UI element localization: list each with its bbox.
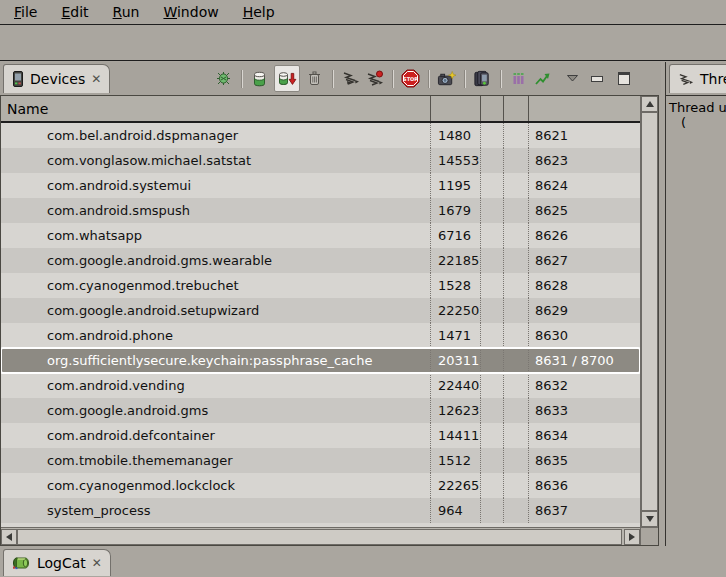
cell-c3 <box>481 148 504 173</box>
scroll-left-icon[interactable] <box>1 529 17 545</box>
svg-text:STOP: STOP <box>403 76 418 82</box>
cell-c3 <box>481 323 504 348</box>
scroll-down-icon[interactable] <box>641 511 658 527</box>
method-profiling-icon[interactable] <box>365 68 384 89</box>
threads-message-line2: ( <box>666 115 726 130</box>
bottom-tab-strip: LogCat ✕ <box>0 546 726 577</box>
cell-pid: 20311 <box>431 348 481 373</box>
column-header-name[interactable]: Name <box>1 96 431 121</box>
horizontal-scroll-thumb[interactable] <box>17 529 622 545</box>
threads-panel: Threads Thread up ( <box>665 62 726 546</box>
cell-port: 8626 <box>529 223 640 248</box>
cell-name: com.android.defcontainer <box>1 423 431 448</box>
table-row[interactable]: com.android.vending224408632 <box>1 373 640 398</box>
cell-pid: 1528 <box>431 273 481 298</box>
cell-name: com.google.android.gms <box>1 398 431 423</box>
heap-update-icon[interactable] <box>250 68 269 89</box>
cell-c4 <box>504 273 529 298</box>
cell-c4 <box>504 148 529 173</box>
cell-port: 8636 <box>529 473 640 498</box>
update-threads-icon <box>678 72 694 87</box>
update-threads-icon[interactable] <box>341 68 360 89</box>
cell-c3 <box>481 298 504 323</box>
logcat-icon <box>12 556 31 570</box>
threads-tabbar: Threads <box>666 62 726 95</box>
table-row[interactable]: com.android.phone14718630 <box>1 323 640 348</box>
cell-pid: 1471 <box>431 323 481 348</box>
table-row[interactable]: com.android.smspush16798625 <box>1 198 640 223</box>
maximize-icon[interactable] <box>618 72 630 85</box>
cell-name: com.bel.android.dspmanager <box>1 123 431 148</box>
table-row[interactable]: com.tmobile.thememanager15128635 <box>1 448 640 473</box>
opengl-trace-icon[interactable] <box>533 68 552 89</box>
cell-pid: 22265 <box>431 473 481 498</box>
cell-c4 <box>504 348 529 373</box>
table-row[interactable]: com.whatsapp67168626 <box>1 223 640 248</box>
tab-threads[interactable]: Threads <box>669 64 726 93</box>
tab-logcat[interactable]: LogCat ✕ <box>3 549 111 576</box>
cell-c4 <box>504 298 529 323</box>
view-hierarchy-icon[interactable] <box>473 68 492 89</box>
cell-pid: 22440 <box>431 373 481 398</box>
cell-c4 <box>504 398 529 423</box>
devices-view: Devices ✕ <box>0 62 661 546</box>
table-row[interactable]: com.vonglasow.michael.satstat145538623 <box>1 148 640 173</box>
empty-toolbar-strip <box>0 26 726 61</box>
table-row[interactable]: com.bel.android.dspmanager14808621 <box>1 123 640 148</box>
cell-c3 <box>481 123 504 148</box>
column-header-3[interactable] <box>481 96 504 121</box>
cell-c4 <box>504 248 529 273</box>
table-row[interactable]: com.cyanogenmod.lockclock222658636 <box>1 473 640 498</box>
tab-devices-label: Devices <box>30 71 85 87</box>
systrace-icon[interactable] <box>509 68 528 89</box>
cell-port: 8624 <box>529 173 640 198</box>
menu-item-window[interactable]: Window <box>151 4 230 20</box>
menu-item-help[interactable]: Help <box>231 4 287 20</box>
cell-c3 <box>481 473 504 498</box>
cell-name: system_process <box>1 498 431 523</box>
scroll-up-icon[interactable] <box>641 96 658 112</box>
debug-attach-icon[interactable] <box>214 68 233 89</box>
table-row[interactable]: com.google.android.setupwizard222508629 <box>1 298 640 323</box>
devices-toolbar: STOP <box>214 62 659 95</box>
devices-table: Name com.bel.android.dspmanager14808621c… <box>0 95 659 546</box>
cell-c4 <box>504 498 529 523</box>
cell-c3 <box>481 423 504 448</box>
menu-item-edit[interactable]: Edit <box>49 4 100 20</box>
scrollbar-corner <box>640 527 658 545</box>
dump-hprof-icon[interactable] <box>274 65 300 92</box>
view-menu-icon[interactable] <box>567 75 578 82</box>
stop-icon[interactable]: STOP <box>401 68 420 89</box>
cell-name: com.tmobile.thememanager <box>1 448 431 473</box>
scroll-right-icon[interactable] <box>624 529 640 545</box>
table-row[interactable]: com.cyanogenmod.trebuchet15288628 <box>1 273 640 298</box>
column-header-port[interactable] <box>529 96 640 121</box>
cell-pid: 964 <box>431 498 481 523</box>
tab-devices[interactable]: Devices ✕ <box>3 64 110 93</box>
table-row[interactable]: com.android.systemui11958624 <box>1 173 640 198</box>
cell-port: 8623 <box>529 148 640 173</box>
menu-item-run[interactable]: Run <box>101 4 152 20</box>
column-header-pid[interactable] <box>431 96 481 121</box>
cell-c3 <box>481 248 504 273</box>
cell-c3 <box>481 398 504 423</box>
table-row-selected[interactable]: org.sufficientlysecure.keychain:passphra… <box>1 348 640 373</box>
vertical-scroll-thumb[interactable] <box>641 112 658 511</box>
tab-threads-label: Threads <box>700 71 726 87</box>
cell-c4 <box>504 423 529 448</box>
close-icon[interactable]: ✕ <box>91 73 101 85</box>
close-icon[interactable]: ✕ <box>92 557 102 569</box>
table-row[interactable]: com.android.defcontainer144118634 <box>1 423 640 448</box>
column-header-4[interactable] <box>504 96 529 121</box>
table-row[interactable]: com.google.android.gms126238633 <box>1 398 640 423</box>
minimize-icon[interactable] <box>591 76 603 82</box>
vertical-scrollbar[interactable] <box>640 96 658 527</box>
horizontal-scrollbar[interactable] <box>1 527 640 545</box>
cell-port: 8637 <box>529 498 640 523</box>
table-row[interactable]: com.google.android.gms.wearable221858627 <box>1 248 640 273</box>
gc-icon[interactable] <box>305 68 324 89</box>
cell-port: 8630 <box>529 323 640 348</box>
table-row[interactable]: system_process9648637 <box>1 498 640 523</box>
screenshot-icon[interactable] <box>437 68 456 89</box>
menu-item-file[interactable]: File <box>2 4 49 20</box>
